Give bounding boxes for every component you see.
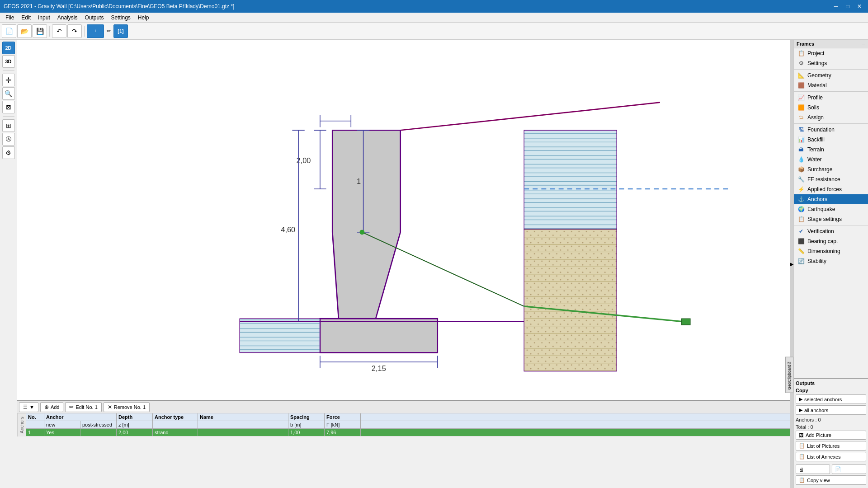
add-anchor-button[interactable]: ⊕ Add — [40, 402, 64, 412]
frame-item-ff-resistance[interactable]: 🔧 FF resistance — [794, 174, 868, 184]
frames-sep-4 — [794, 225, 868, 225]
cell-spacing: 1,00 — [288, 429, 325, 436]
undo-button[interactable]: ↶ — [52, 24, 66, 38]
frame-item-profile[interactable]: 📈 Profile — [794, 93, 868, 103]
left-toolbar-sep-2 — [3, 116, 14, 117]
view-3d-button[interactable]: 3D — [2, 55, 15, 68]
export-button[interactable]: 📄 — [832, 465, 866, 474]
collapse-handle[interactable]: ▶ — [790, 40, 793, 488]
frame-item-anchors[interactable]: ⚓ Anchors — [794, 194, 868, 204]
stage-number-button[interactable]: [1] — [113, 24, 128, 38]
dropdown-button[interactable]: ☰ ▼ — [19, 402, 38, 412]
frame-label-water: Water — [807, 156, 822, 163]
col-force-unit: F [kN] — [325, 421, 361, 428]
profile-icon: 📈 — [797, 94, 805, 101]
selected-anchors-button[interactable]: ▶ selected anchors — [796, 394, 866, 404]
frame-item-project[interactable]: 📋 Project — [794, 48, 868, 58]
list-pictures-icon: 📋 — [799, 443, 805, 449]
svg-text:2,15: 2,15 — [372, 364, 386, 372]
minimize-button[interactable]: ─ — [831, 2, 841, 10]
copy-view-button[interactable]: 📋 Copy view — [796, 475, 866, 485]
right-wrapper: Frames ─ 📋 Project ⚙ Settings 📐 Geometry — [793, 40, 868, 488]
menu-file[interactable]: File — [2, 14, 18, 22]
frame-item-terrain[interactable]: 🏔 Terrain — [794, 145, 868, 155]
canvas-area[interactable]: 2,00 1 4,60 2,15 — [17, 40, 790, 400]
frame-item-stage-settings[interactable]: 📋 Stage settings — [794, 214, 868, 224]
frame-item-soils[interactable]: 🟧 Soils — [794, 103, 868, 113]
col-depth-unit: z [m] — [117, 421, 153, 428]
verification-icon: ✔ — [797, 228, 805, 235]
terrain-icon: 🏔 — [797, 146, 805, 153]
outputs-header: Outputs — [796, 380, 866, 386]
anchors-table: Anchors No. Anchor Depth Anchor type Nam… — [17, 413, 790, 488]
remove-anchor-button[interactable]: ✕ Remove No. 1 — [104, 402, 150, 412]
dimensioning-icon: 📏 — [797, 248, 805, 254]
list-annexes-button[interactable]: 📋 List of Annexes — [796, 452, 866, 461]
print-button[interactable]: 🖨 — [796, 465, 830, 474]
select-tool-button[interactable]: ⊠ — [2, 101, 15, 113]
frames-collapse[interactable]: ─ — [862, 41, 865, 47]
all-anchors-label: all anchors — [804, 408, 828, 413]
frame-label-applied: Applied forces — [807, 186, 842, 192]
frame-item-bearing-cap[interactable]: ⬛ Bearing cap. — [794, 236, 868, 246]
table-row[interactable]: 1 Yes 2,00 strand 1,00 7,96 — [26, 429, 790, 436]
menu-analysis[interactable]: Analysis — [54, 14, 81, 22]
assign-icon: 🗂 — [797, 114, 805, 121]
frame-item-stability[interactable]: 🔄 Stability — [794, 256, 868, 266]
cell-new: Yes — [44, 429, 80, 436]
menu-input[interactable]: Input — [34, 14, 54, 22]
frame-item-surcharge[interactable]: 📦 Surcharge — [794, 164, 868, 174]
menu-help[interactable]: Help — [134, 14, 153, 22]
frame-item-applied-forces[interactable]: ⚡ Applied forces — [794, 184, 868, 194]
applied-icon: ⚡ — [797, 186, 805, 192]
view-2d-button[interactable]: 2D — [2, 42, 15, 54]
earthquake-icon: 🌍 — [797, 206, 805, 212]
all-anchors-button[interactable]: ▶ all anchors — [796, 405, 866, 415]
frame-item-geometry[interactable]: 📐 Geometry — [794, 70, 868, 80]
zoom-tool-button[interactable]: 🔍 — [2, 87, 15, 100]
new-button[interactable]: 📄 — [2, 24, 16, 38]
menu-outputs[interactable]: Outputs — [81, 14, 107, 22]
close-button[interactable]: ✕ — [854, 2, 864, 10]
frames-title: Frames — [797, 41, 814, 47]
list-pictures-button[interactable]: 📋 List of Pictures — [796, 441, 866, 450]
menu-edit[interactable]: Edit — [18, 14, 34, 22]
col-spacing: Spacing — [288, 413, 325, 421]
table-view-button[interactable]: ⊞ — [2, 119, 15, 132]
frame-label-earthquake: Earthquake — [807, 206, 835, 212]
frame-item-dimensioning[interactable]: 📏 Dimensioning — [794, 246, 868, 256]
text-tool-button[interactable]: Ⓐ — [2, 133, 15, 145]
move-tool-button[interactable]: ✛ — [2, 74, 15, 86]
open-button[interactable]: 📂 — [17, 24, 32, 38]
menu-settings[interactable]: Settings — [107, 14, 134, 22]
toolbar-separator-2 — [84, 26, 85, 37]
frame-item-material[interactable]: 🟫 Material — [794, 80, 868, 90]
frame-item-foundation[interactable]: 🏗 Foundation — [794, 125, 868, 135]
svg-text:1: 1 — [357, 177, 361, 185]
edit-anchor-button[interactable]: ✏ Edit No. 1 — [65, 402, 101, 412]
frame-item-assign[interactable]: 🗂 Assign — [794, 113, 868, 122]
menu-bar: File Edit Input Analysis Outputs Setting… — [0, 13, 868, 23]
add-picture-button[interactable]: 🖼 Add Picture — [796, 431, 866, 440]
frame-item-water[interactable]: 💧 Water — [794, 155, 868, 164]
stage-add-button[interactable]: + — [87, 24, 104, 38]
maximize-button[interactable]: □ — [843, 2, 853, 10]
settings-tool-button[interactable]: ⚙ — [2, 146, 15, 159]
geo-clipboard[interactable]: GeoClipboard™ — [785, 357, 793, 393]
right-outputs: Outputs Copy ▶ selected anchors ▶ all an… — [794, 378, 868, 488]
frame-item-settings[interactable]: ⚙ Settings — [794, 58, 868, 68]
frame-item-earthquake[interactable]: 🌍 Earthquake — [794, 204, 868, 214]
frame-label-soils: Soils — [807, 104, 819, 111]
frames-header: Frames ─ — [794, 40, 868, 48]
svg-marker-13 — [332, 130, 400, 319]
frame-item-backfill[interactable]: 📊 Backfill — [794, 135, 868, 145]
cell-type: strand — [153, 429, 198, 436]
svg-rect-37 — [682, 319, 690, 325]
redo-button[interactable]: ↷ — [67, 24, 82, 38]
frame-label-ff: FF resistance — [807, 176, 840, 183]
save-button[interactable]: 💾 — [33, 24, 47, 38]
list-annexes-icon: 📋 — [799, 454, 805, 460]
frame-label-project: Project — [807, 50, 824, 56]
frame-item-verification[interactable]: ✔ Verification — [794, 226, 868, 236]
print-export-row: 🖨 📄 — [796, 465, 866, 475]
